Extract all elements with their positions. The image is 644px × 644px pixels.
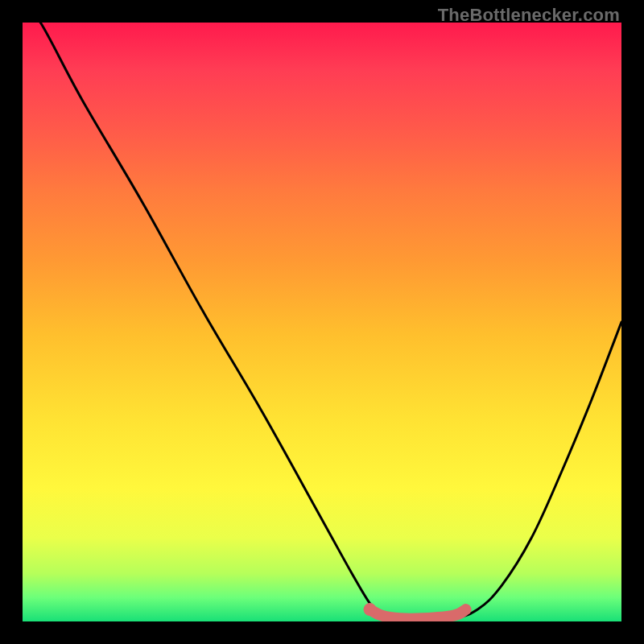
- chart-frame: [23, 23, 621, 621]
- highlight-marker-icon: [364, 603, 377, 616]
- bottleneck-curve: [23, 23, 621, 621]
- chart-svg: [23, 23, 621, 621]
- site-credit: TheBottlenecker.com: [438, 5, 620, 26]
- optimal-range-highlight: [370, 609, 466, 619]
